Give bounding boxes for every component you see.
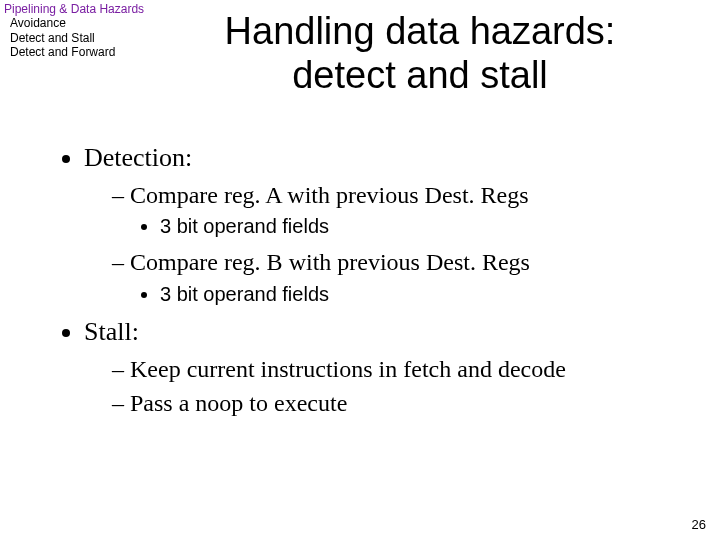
stall-sublist: Keep current instructions in fetch and d… bbox=[84, 353, 670, 420]
title-line-2: detect and stall bbox=[292, 54, 548, 96]
breadcrumb: Pipelining & Data Hazards Avoidance Dete… bbox=[4, 2, 144, 60]
bullet-stall-label: Stall: bbox=[84, 317, 139, 346]
slide-title: Handling data hazards: detect and stall bbox=[160, 10, 680, 97]
bullet-detection-label: Detection: bbox=[84, 143, 192, 172]
breadcrumb-item-detect-forward: Detect and Forward bbox=[4, 45, 144, 59]
detection-rega-detail-list: 3 bit operand fields bbox=[112, 213, 670, 240]
page-number: 26 bbox=[692, 517, 706, 532]
title-line-1: Handling data hazards: bbox=[225, 10, 616, 52]
stall-sub-noop: Pass a noop to execute bbox=[112, 387, 670, 419]
stall-sub-keep: Keep current instructions in fetch and d… bbox=[112, 353, 670, 385]
bullet-stall: Stall: Keep current instructions in fetc… bbox=[84, 314, 670, 420]
bullet-detection: Detection: Compare reg. A with previous … bbox=[84, 140, 670, 308]
slide: Pipelining & Data Hazards Avoidance Dete… bbox=[0, 0, 720, 540]
bullet-list: Detection: Compare reg. A with previous … bbox=[60, 140, 670, 420]
detection-sub-rega-text: Compare reg. A with previous Dest. Regs bbox=[130, 182, 529, 208]
detection-sub-rega: Compare reg. A with previous Dest. Regs … bbox=[112, 179, 670, 240]
detection-rega-detail: 3 bit operand fields bbox=[160, 213, 670, 240]
detection-sublist: Compare reg. A with previous Dest. Regs … bbox=[84, 179, 670, 308]
slide-body: Detection: Compare reg. A with previous … bbox=[60, 140, 670, 426]
detection-regb-detail: 3 bit operand fields bbox=[160, 281, 670, 308]
breadcrumb-item-detect-stall: Detect and Stall bbox=[4, 31, 144, 45]
breadcrumb-topic: Pipelining & Data Hazards bbox=[4, 2, 144, 16]
breadcrumb-item-avoidance: Avoidance bbox=[4, 16, 144, 30]
detection-sub-regb: Compare reg. B with previous Dest. Regs … bbox=[112, 246, 670, 307]
detection-regb-detail-list: 3 bit operand fields bbox=[112, 281, 670, 308]
stall-sub-keep-text: Keep current instructions in fetch and d… bbox=[130, 356, 566, 382]
stall-sub-noop-text: Pass a noop to execute bbox=[130, 390, 347, 416]
detection-sub-regb-text: Compare reg. B with previous Dest. Regs bbox=[130, 249, 530, 275]
